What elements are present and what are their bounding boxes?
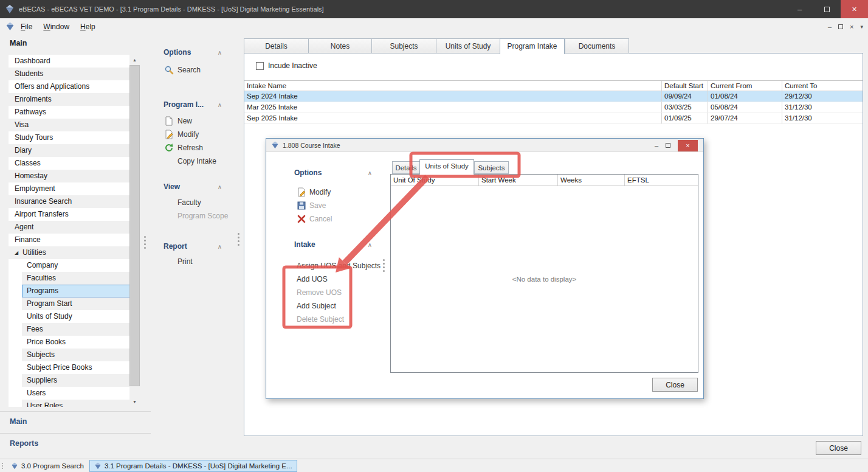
column-header-unit-of-study[interactable]: Unit Of Study xyxy=(391,175,479,186)
sidebar-item-students[interactable]: Students xyxy=(9,68,140,80)
mdi-minimize-icon[interactable]: – xyxy=(828,23,832,30)
new-button[interactable]: New xyxy=(156,114,243,128)
column-header-current-from[interactable]: Current From xyxy=(708,81,782,91)
maximize-button[interactable] xyxy=(813,0,841,18)
pencil-icon xyxy=(297,187,306,197)
sidebar-item-enrolments[interactable]: Enrolments xyxy=(9,93,140,106)
table-row[interactable]: Sep 2024 Intake 09/09/24 01/08/24 29/12/… xyxy=(244,91,863,102)
sidebar-item-homestay[interactable]: Homestay xyxy=(9,170,140,182)
sidebar-item-user-roles[interactable]: User Roles xyxy=(22,400,140,407)
sidebar-item-study-tours[interactable]: Study Tours xyxy=(9,131,140,144)
modify-button[interactable]: Modify xyxy=(156,128,243,141)
mdi-close-icon[interactable]: × xyxy=(850,23,853,30)
main-close-button[interactable]: Close xyxy=(816,441,861,455)
minimize-button[interactable]: – xyxy=(786,0,813,18)
column-header-eftsl[interactable]: EFTSL xyxy=(625,175,698,186)
sidebar-item-users[interactable]: Users xyxy=(22,387,140,400)
sidebar-group-reports[interactable]: Reports xyxy=(0,433,151,454)
table-row[interactable]: Sep 2025 Intake 01/09/25 29/07/24 31/12/… xyxy=(244,113,863,124)
dialog-section-header-options[interactable]: Options ∧ xyxy=(294,167,372,178)
add-subject-button[interactable]: Add Subject xyxy=(297,299,336,313)
column-header-intake-name[interactable]: Intake Name xyxy=(244,81,662,91)
sidebar-item-dashboard[interactable]: Dashboard xyxy=(9,55,140,68)
dialog-close-button[interactable]: × xyxy=(678,140,698,151)
add-uos-button[interactable]: Add UOS xyxy=(297,272,328,286)
sidebar-item-agent[interactable]: Agent xyxy=(9,221,140,234)
cell-intake-name: Sep 2024 Intake xyxy=(244,91,662,102)
sidebar-item-subjects[interactable]: Subjects xyxy=(22,349,140,361)
dialog-maximize-icon[interactable] xyxy=(666,143,670,148)
save-floppy-icon xyxy=(297,201,306,210)
scrollbar-thumb[interactable] xyxy=(129,65,140,386)
sidebar-item-pathways[interactable]: Pathways xyxy=(9,106,140,119)
sidebar-group-main[interactable]: Main xyxy=(0,411,151,432)
menu-window[interactable]: Window xyxy=(38,20,74,33)
taskbar-item-program-details[interactable]: 3.1 Program Details - DMKESS - [UoS] Dig… xyxy=(89,460,297,472)
sidebar-item-programs[interactable]: Programs xyxy=(22,285,140,297)
section-header-view[interactable]: View ∧ xyxy=(164,181,235,193)
expand-triangle-icon[interactable]: ◢ xyxy=(15,246,22,259)
sidebar-item-classes[interactable]: Classes xyxy=(9,157,140,170)
sidebar-item-suppliers[interactable]: Suppliers xyxy=(22,374,140,387)
sidebar-item-airport-transfers[interactable]: Airport Transfers xyxy=(9,208,140,221)
dialog-close-button-bottom[interactable]: Close xyxy=(652,378,698,392)
main-tab-strip: Details Notes Subjects Units of Study Pr… xyxy=(244,38,863,54)
sidebar-item-fees[interactable]: Fees xyxy=(22,323,140,336)
column-header-start-week[interactable]: Start Week xyxy=(479,175,558,186)
mdi-restore-icon[interactable] xyxy=(838,24,843,29)
chevron-up-icon: ∧ xyxy=(218,243,222,250)
taskbar-item-program-search[interactable]: 3.0 Program Search xyxy=(7,460,88,472)
sidebar-item-utilities[interactable]: ◢Utilities xyxy=(9,246,140,259)
scroll-up-icon[interactable]: ▲ xyxy=(129,55,140,65)
tab-subjects[interactable]: Subjects xyxy=(371,38,436,54)
table-row[interactable]: Mar 2025 Intake 03/03/25 05/08/24 31/12/… xyxy=(244,102,863,113)
menu-help[interactable]: Help xyxy=(75,20,100,33)
sidebar-item-units-of-study[interactable]: Units of Study xyxy=(22,310,140,323)
section-header-program-intake[interactable]: Program I... ∧ xyxy=(164,99,235,111)
include-inactive-checkbox[interactable] xyxy=(256,62,264,70)
sidebar-item-offers-applications[interactable]: Offers and Applications xyxy=(9,80,140,93)
sidebar-item-employment[interactable]: Employment xyxy=(9,182,140,195)
dialog-tab-details[interactable]: Details xyxy=(392,161,419,174)
dialog-modify-button[interactable]: Modify xyxy=(297,186,331,199)
sidebar-item-company[interactable]: Company xyxy=(22,259,140,272)
column-header-weeks[interactable]: Weeks xyxy=(558,175,625,186)
sidebar-scrollbar[interactable]: ▲ ▼ xyxy=(129,55,140,407)
dialog-section-header-intake[interactable]: Intake ∧ xyxy=(294,239,372,250)
cell-default-start: 09/09/24 xyxy=(662,91,708,102)
column-header-default-start[interactable]: Default Start xyxy=(662,81,708,91)
sidebar-item-visa[interactable]: Visa xyxy=(9,119,140,131)
tab-notes[interactable]: Notes xyxy=(308,38,371,54)
scroll-down-icon[interactable]: ▼ xyxy=(129,397,140,407)
print-button[interactable]: Print xyxy=(156,255,243,268)
sidebar-item-label: Utilities xyxy=(22,248,46,257)
tab-details[interactable]: Details xyxy=(244,38,308,54)
refresh-button[interactable]: Refresh xyxy=(156,141,243,154)
section-header-options[interactable]: Options ∧ xyxy=(164,46,235,58)
sidebar-item-finance[interactable]: Finance xyxy=(9,234,140,246)
menu-file[interactable]: File xyxy=(16,20,37,33)
section-title: Options xyxy=(294,168,322,177)
sidebar-item-insurance-search[interactable]: Insurance Search xyxy=(9,195,140,208)
sidebar-item-program-start[interactable]: Program Start xyxy=(22,297,140,310)
search-button[interactable]: Search xyxy=(156,63,243,77)
assign-uos-and-subjects-button[interactable]: Assign UOS and Subjects xyxy=(297,259,381,272)
sidebar-item-price-books[interactable]: Price Books xyxy=(22,336,140,349)
tab-program-intake[interactable]: Program Intake xyxy=(500,38,565,54)
close-button[interactable]: × xyxy=(841,0,868,18)
mdi-pin-chevron-icon[interactable]: ▾ xyxy=(860,24,863,30)
sidebar-item-diary[interactable]: Diary xyxy=(9,144,140,157)
column-header-current-to[interactable]: Current To xyxy=(782,81,863,91)
dialog-tab-units-of-study[interactable]: Units of Study xyxy=(419,159,474,175)
tab-units-of-study[interactable]: Units of Study xyxy=(436,38,500,54)
dialog-tab-subjects[interactable]: Subjects xyxy=(474,161,509,174)
dialog-minimize-icon[interactable]: – xyxy=(655,142,658,149)
splitter-grip[interactable] xyxy=(383,259,385,272)
sidebar-item-subject-price-books[interactable]: Subject Price Books xyxy=(22,361,140,374)
section-header-report[interactable]: Report ∧ xyxy=(164,240,235,252)
faculty-button[interactable]: Faculty xyxy=(156,196,243,209)
copy-intake-button[interactable]: Copy Intake xyxy=(156,154,243,168)
tab-documents[interactable]: Documents xyxy=(565,38,629,54)
splitter-grip[interactable] xyxy=(144,236,146,249)
sidebar-item-faculties[interactable]: Faculties xyxy=(22,272,140,285)
